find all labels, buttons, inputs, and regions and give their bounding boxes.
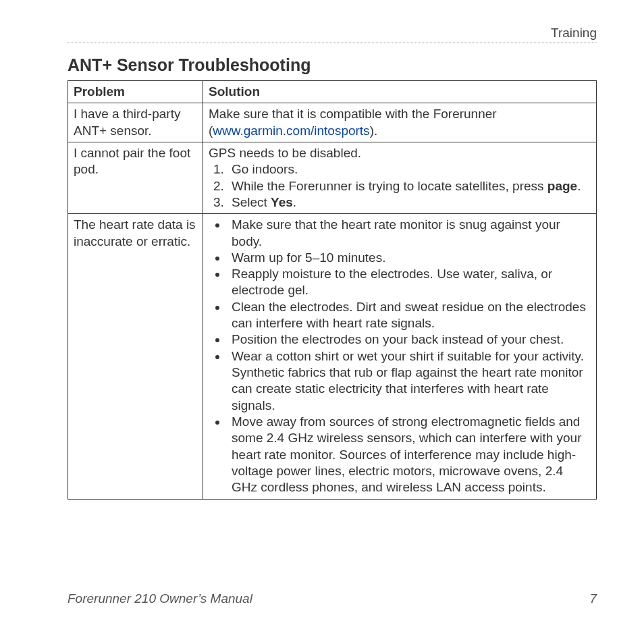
- list-item: Warm up for 5–10 minutes.: [227, 250, 592, 266]
- table-header-row: Problem Solution: [68, 81, 597, 103]
- list-item: Reapply moisture to the electrodes. Use …: [227, 266, 592, 299]
- list-item: Select Yes.: [227, 194, 592, 211]
- col-problem-header: Problem: [68, 81, 203, 103]
- list-item: Go indoors.: [227, 161, 592, 178]
- step-text: Go indoors.: [232, 162, 298, 176]
- solution-pre-text: GPS needs to be disabled.: [209, 145, 592, 161]
- problem-cell: The heart rate data is inaccurate or err…: [68, 214, 203, 499]
- problem-cell: I have a third-party ANT+ sensor.: [68, 103, 203, 142]
- list-item: Move away from sources of strong electro…: [227, 414, 592, 496]
- solution-steps: Go indoors. While the Forerunner is tryi…: [209, 161, 592, 211]
- manual-title: Forerunner 210 Owner’s Manual: [68, 591, 252, 606]
- compatibility-link[interactable]: www.garmin.com/intosports: [213, 124, 369, 138]
- solution-text: ).: [370, 124, 378, 138]
- list-item: Position the electrodes on your back ins…: [227, 331, 592, 348]
- list-item: Wear a cotton shirt or wet your shirt if…: [227, 348, 592, 414]
- page-footer: Forerunner 210 Owner’s Manual 7: [68, 591, 597, 606]
- step-text: While the Forerunner is trying to locate…: [232, 179, 547, 193]
- list-item: Clean the electrodes. Dirt and sweat res…: [227, 299, 592, 332]
- solution-cell: GPS needs to be disabled. Go indoors. Wh…: [203, 142, 597, 213]
- section-title: ANT+ Sensor Troubleshooting: [68, 55, 597, 75]
- table-row: I cannot pair the foot pod. GPS needs to…: [68, 142, 597, 213]
- step-text: Select: [232, 195, 271, 209]
- problem-cell: I cannot pair the foot pod.: [68, 142, 203, 213]
- step-text: .: [577, 179, 581, 193]
- page-button-label: page: [547, 179, 577, 193]
- solution-cell: Make sure that it is compatible with the…: [203, 103, 597, 142]
- manual-page: Training ANT+ Sensor Troubleshooting Pro…: [0, 0, 644, 644]
- page-header-section: Training: [68, 26, 597, 43]
- solution-cell: Make sure that the heart rate monitor is…: [203, 214, 597, 499]
- col-solution-header: Solution: [203, 81, 597, 103]
- solution-bullets: Make sure that the heart rate monitor is…: [209, 217, 592, 495]
- step-text: .: [293, 195, 296, 209]
- page-number: 7: [589, 591, 597, 606]
- list-item: Make sure that the heart rate monitor is…: [227, 217, 592, 250]
- table-row: I have a third-party ANT+ sensor. Make s…: [68, 103, 597, 142]
- yes-option-label: Yes: [271, 195, 293, 209]
- troubleshooting-table: Problem Solution I have a third-party AN…: [68, 80, 597, 500]
- list-item: While the Forerunner is trying to locate…: [227, 178, 592, 194]
- table-row: The heart rate data is inaccurate or err…: [68, 214, 597, 499]
